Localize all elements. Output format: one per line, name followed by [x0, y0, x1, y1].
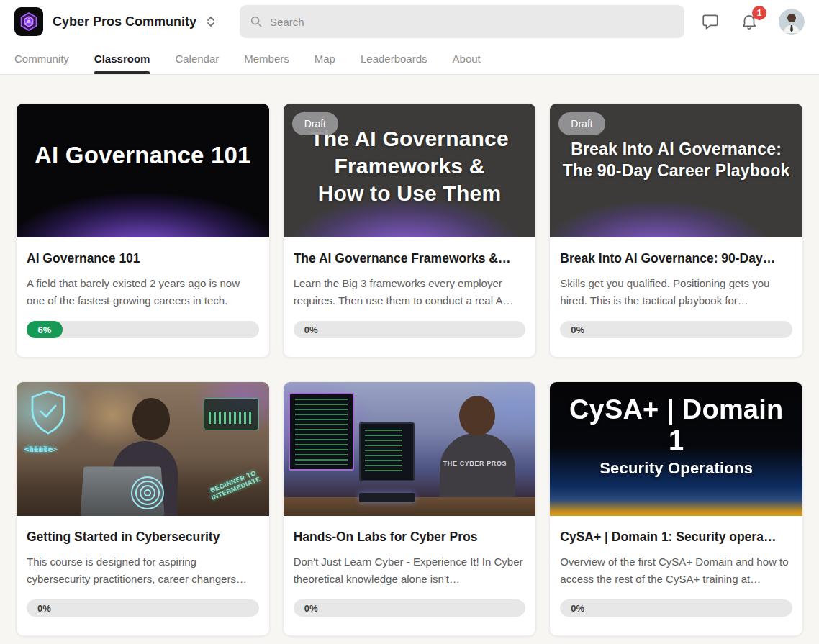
course-card-body: The AI Governance Frameworks &… Learn th…	[284, 237, 536, 357]
course-cover-text	[17, 382, 269, 516]
course-title: Break Into AI Governance: 90-Day…	[560, 250, 792, 266]
search-icon	[250, 15, 263, 28]
top-header: Cyber Pros Community	[0, 0, 819, 43]
tab-calendar[interactable]: Calendar	[175, 43, 219, 74]
course-description: Overview of the first CySA+ Domain and h…	[560, 553, 792, 588]
notifications-button[interactable]: 1	[740, 12, 759, 31]
course-title: Hands-On Labs for Cyber Pros	[294, 529, 526, 545]
course-card[interactable]: The AI GovernanceFrameworks &How to Use …	[283, 103, 537, 358]
user-avatar[interactable]	[779, 9, 805, 35]
chat-bubble-icon	[701, 12, 720, 31]
course-cover-image: AI Governance 101	[17, 104, 269, 237]
tab-community[interactable]: Community	[14, 43, 69, 74]
progress-percent-label: 0%	[571, 321, 584, 338]
progress-percent-label: 0%	[304, 599, 318, 617]
hexagon-cube-icon	[19, 12, 39, 32]
course-cover-headline: Frameworks &	[334, 153, 484, 180]
chat-button[interactable]	[701, 12, 720, 31]
course-cover-text: CySA+ | Domain 1Security Operations	[550, 382, 802, 516]
tab-about[interactable]: About	[453, 43, 481, 74]
course-card[interactable]: Break Into AI Governance:The 90-Day Care…	[549, 103, 803, 358]
course-description: Don't Just Learn Cyber - Experience It! …	[294, 553, 526, 588]
course-progress-bar: 0%	[560, 321, 792, 338]
course-grid: AI Governance 101 AI Governance 101 A fi…	[0, 75, 819, 636]
course-card-body: AI Governance 101 A field that barely ex…	[17, 237, 269, 357]
course-cover-image: THE CYBER PROS	[284, 382, 536, 516]
community-name: Cyber Pros Community	[53, 14, 196, 30]
course-title: The AI Governance Frameworks &…	[294, 250, 526, 266]
course-cover-text: AI Governance 101	[17, 104, 269, 237]
course-progress-bar: 0%	[560, 599, 792, 617]
course-cover-headline: The AI Governance	[310, 125, 509, 153]
course-cover-headline: Break Into AI Governance:	[571, 138, 782, 160]
search-input[interactable]	[270, 16, 674, 28]
community-switcher-button[interactable]	[205, 14, 217, 29]
course-title: CySA+ | Domain 1: Security opera…	[560, 529, 792, 545]
tab-classroom[interactable]: Classroom	[94, 43, 150, 74]
course-cover-text	[284, 382, 536, 516]
tab-leaderboards[interactable]: Leaderboards	[361, 43, 427, 74]
course-progress-bar: 0%	[27, 599, 259, 617]
course-title: Getting Started in Cybersecurity	[27, 529, 259, 545]
course-title: AI Governance 101	[27, 250, 259, 266]
progress-fill: 6%	[27, 321, 63, 338]
course-card-body: Break Into AI Governance: 90-Day… Skills…	[550, 237, 802, 357]
course-card[interactable]: <html> <head> <title> BEGINNER TO INTERM…	[16, 381, 270, 636]
progress-percent-label: 6%	[38, 325, 52, 335]
course-description: Learn the Big 3 frameworks every employe…	[294, 275, 526, 309]
progress-percent-label: 0%	[37, 599, 51, 617]
course-cover-image: The AI GovernanceFrameworks &How to Use …	[284, 104, 536, 237]
community-logo[interactable]	[14, 7, 43, 36]
course-card-body: Getting Started in Cybersecurity This co…	[17, 516, 269, 635]
course-card-body: CySA+ | Domain 1: Security opera… Overvi…	[550, 516, 802, 635]
chevron-up-down-icon	[205, 14, 217, 29]
progress-percent-label: 0%	[571, 599, 584, 617]
course-cover-headline: Security Operations	[599, 459, 753, 478]
progress-percent-label: 0%	[304, 321, 318, 338]
main-nav: CommunityClassroomCalendarMembersMapLead…	[0, 43, 819, 75]
notification-count-badge: 1	[752, 6, 766, 20]
draft-badge: Draft	[292, 112, 338, 135]
course-progress-bar: 0%	[294, 321, 526, 338]
course-cover-image: Break Into AI Governance:The 90-Day Care…	[550, 104, 802, 237]
course-card[interactable]: CySA+ | Domain 1Security Operations CySA…	[549, 381, 803, 636]
course-description: This course is designed for aspiring cyb…	[27, 553, 259, 588]
course-cover-headline: AI Governance 101	[35, 142, 251, 169]
course-card[interactable]: AI Governance 101 AI Governance 101 A fi…	[16, 103, 270, 358]
course-progress-bar: 6%	[27, 321, 259, 338]
tab-map[interactable]: Map	[315, 43, 335, 74]
course-card-body: Hands-On Labs for Cyber Pros Don't Just …	[284, 516, 536, 635]
tab-members[interactable]: Members	[244, 43, 289, 74]
course-cover-headline: CySA+ | Domain 1	[560, 394, 792, 456]
course-cover-headline: The 90-Day Career Playbook	[563, 160, 790, 181]
course-card[interactable]: THE CYBER PROS Hands-On Labs for Cyber P…	[283, 381, 537, 636]
draft-badge: Draft	[558, 112, 605, 135]
course-description: A field that barely existed 2 years ago …	[27, 275, 259, 309]
course-progress-bar: 0%	[294, 599, 526, 617]
course-cover-image: CySA+ | Domain 1Security Operations	[550, 382, 802, 516]
course-cover-image: <html> <head> <title> BEGINNER TO INTERM…	[17, 382, 269, 516]
search-bar[interactable]	[240, 5, 684, 38]
course-description: Skills get you qualified. Positioning ge…	[560, 275, 792, 309]
course-cover-headline: How to Use Them	[318, 180, 502, 207]
